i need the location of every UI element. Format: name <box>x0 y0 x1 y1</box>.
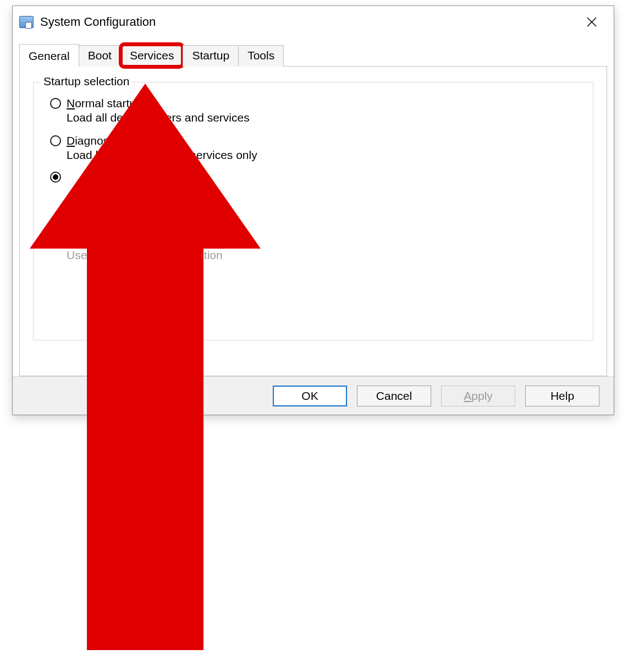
tab-label: Tools <box>247 49 274 62</box>
cancel-button[interactable]: Cancel <box>357 386 431 406</box>
radio-label: Diagnostic startup <box>67 134 159 147</box>
radio-label: Normal startup <box>67 97 142 110</box>
tab-tools[interactable]: Tools <box>238 45 284 67</box>
ok-button[interactable]: OK <box>273 386 347 406</box>
tab-label: General <box>29 50 70 62</box>
button-label: Cancel <box>376 389 412 403</box>
radio-option-selective[interactable] <box>50 172 580 183</box>
system-configuration-dialog: System Configuration General Boot Servic… <box>12 6 614 415</box>
tabs-area: General Boot Services Startup Tools Star… <box>19 43 607 376</box>
radio-description: Load basic devices and services only <box>67 148 580 162</box>
button-label: OK <box>301 389 318 403</box>
radio-option-normal[interactable]: Normal startup Load all device drivers a… <box>50 97 580 124</box>
tab-label: Services <box>130 49 174 62</box>
close-icon <box>586 16 597 28</box>
radio-description: Load all device drivers and services <box>67 111 580 124</box>
button-label: Help <box>551 389 574 403</box>
tab-content-general: Startup selection Normal startup Load al… <box>19 66 607 376</box>
radio-icon <box>50 98 61 109</box>
radio-icon <box>50 135 61 146</box>
radio-option-diagnostic[interactable]: Diagnostic startup Load basic devices an… <box>50 134 580 162</box>
help-button[interactable]: Help <box>525 386 599 406</box>
tab-general[interactable]: General <box>19 44 79 67</box>
radio-icon-checked <box>50 172 61 183</box>
dialog-title: System Configuration <box>40 15 156 29</box>
tab-startup[interactable]: Startup <box>183 45 239 67</box>
button-label: Apply <box>464 389 493 403</box>
close-button[interactable] <box>575 11 608 33</box>
tabstrip: General Boot Services Startup Tools <box>19 43 607 67</box>
titlebar: System Configuration <box>13 6 614 38</box>
msconfig-icon <box>19 16 34 28</box>
group-legend: Startup selection <box>40 75 133 88</box>
apply-button: Apply <box>441 386 515 406</box>
tab-label: Boot <box>88 49 112 62</box>
tab-services[interactable]: Services <box>120 45 184 67</box>
startup-selection-group: Startup selection Normal startup Load al… <box>33 82 593 340</box>
button-bar: OK Cancel Apply Help <box>13 376 614 415</box>
use-original-boot-config: Use original boot configuration <box>67 249 580 262</box>
tab-boot[interactable]: Boot <box>79 45 121 67</box>
tab-label: Startup <box>192 49 229 62</box>
